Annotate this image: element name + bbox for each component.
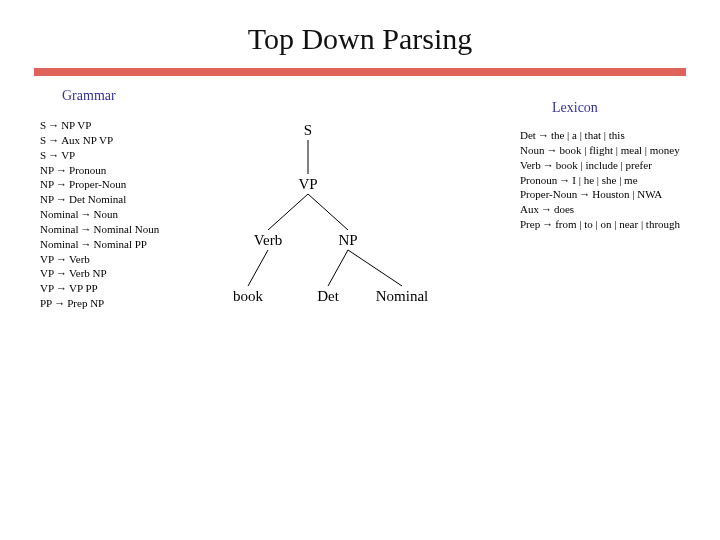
rule-lhs: Nominal bbox=[40, 223, 79, 235]
grammar-rule-list: S→NP VPS→Aux NP VPS→VPNP→PronounNP→Prope… bbox=[40, 118, 159, 311]
rule-rhs: NP VP bbox=[61, 119, 91, 131]
rule-rhs: Det Nominal bbox=[69, 193, 126, 205]
arrow-icon: → bbox=[544, 144, 559, 156]
tree-edge bbox=[248, 250, 268, 286]
rule-rhs: I | he | she | me bbox=[572, 174, 637, 186]
rule-rhs: from | to | on | near | through bbox=[555, 218, 680, 230]
arrow-icon: → bbox=[54, 193, 69, 205]
grammar-rule: NP→Pronoun bbox=[40, 163, 159, 178]
tree-node-verb: Verb bbox=[254, 232, 282, 249]
arrow-icon: → bbox=[46, 149, 61, 161]
rule-lhs: Verb bbox=[520, 159, 541, 171]
arrow-icon: → bbox=[536, 129, 551, 141]
rule-rhs: Nominal PP bbox=[94, 238, 147, 250]
grammar-rule: VP→Verb NP bbox=[40, 266, 159, 281]
arrow-icon: → bbox=[557, 174, 572, 186]
lexicon-rule: Verb→book | include | prefer bbox=[520, 158, 680, 173]
grammar-rule: NP→Proper-Noun bbox=[40, 177, 159, 192]
lexicon-rule: Aux→does bbox=[520, 202, 680, 217]
arrow-icon: → bbox=[54, 164, 69, 176]
rule-lhs: VP bbox=[40, 267, 54, 279]
lexicon-rule: Det→the | a | that | this bbox=[520, 128, 680, 143]
grammar-rule: Nominal→Nominal Noun bbox=[40, 222, 159, 237]
tree-node-np: NP bbox=[338, 232, 357, 249]
arrow-icon: → bbox=[79, 223, 94, 235]
rule-rhs: Nominal Noun bbox=[94, 223, 160, 235]
tree-node-s: S bbox=[304, 122, 312, 139]
tree-node-det: Det bbox=[317, 288, 339, 305]
lexicon-rule: Proper-Noun→Houston | NWA bbox=[520, 187, 680, 202]
arrow-icon: → bbox=[79, 208, 94, 220]
arrow-icon: → bbox=[46, 119, 61, 131]
title-underline bbox=[34, 68, 686, 76]
grammar-rule: VP→Verb bbox=[40, 252, 159, 267]
rule-lhs: NP bbox=[40, 193, 54, 205]
tree-node-book: book bbox=[233, 288, 263, 305]
rule-lhs: NP bbox=[40, 178, 54, 190]
arrow-icon: → bbox=[54, 267, 69, 279]
arrow-icon: → bbox=[54, 253, 69, 265]
rule-lhs: Nominal bbox=[40, 208, 79, 220]
tree-edge bbox=[348, 250, 402, 286]
rule-rhs: Houston | NWA bbox=[592, 188, 662, 200]
arrow-icon: → bbox=[54, 282, 69, 294]
grammar-rule: NP→Det Nominal bbox=[40, 192, 159, 207]
lexicon-rule: Noun→book | flight | meal | money bbox=[520, 143, 680, 158]
grammar-rule: S→Aux NP VP bbox=[40, 133, 159, 148]
rule-rhs: the | a | that | this bbox=[551, 129, 625, 141]
rule-rhs: book | flight | meal | money bbox=[559, 144, 679, 156]
page-title: Top Down Parsing bbox=[0, 0, 720, 68]
rule-rhs: VP bbox=[61, 149, 75, 161]
rule-lhs: Aux bbox=[520, 203, 539, 215]
tree-node-nominal: Nominal bbox=[376, 288, 429, 305]
lexicon-heading: Lexicon bbox=[552, 100, 598, 116]
tree-edge bbox=[308, 194, 348, 230]
rule-lhs: Proper-Noun bbox=[520, 188, 577, 200]
rule-lhs: Det bbox=[520, 129, 536, 141]
rule-lhs: VP bbox=[40, 253, 54, 265]
rule-rhs: Proper-Noun bbox=[69, 178, 126, 190]
arrow-icon: → bbox=[52, 297, 67, 309]
grammar-rule: S→VP bbox=[40, 148, 159, 163]
grammar-rule: S→NP VP bbox=[40, 118, 159, 133]
rule-lhs: Pronoun bbox=[520, 174, 557, 186]
grammar-rule: Nominal→Noun bbox=[40, 207, 159, 222]
arrow-icon: → bbox=[79, 238, 94, 250]
rule-lhs: VP bbox=[40, 282, 54, 294]
arrow-icon: → bbox=[46, 134, 61, 146]
lexicon-rule: Prep→from | to | on | near | through bbox=[520, 217, 680, 232]
grammar-rule: Nominal→Nominal PP bbox=[40, 237, 159, 252]
tree-edge bbox=[328, 250, 348, 286]
arrow-icon: → bbox=[541, 159, 556, 171]
grammar-heading: Grammar bbox=[62, 88, 116, 104]
arrow-icon: → bbox=[54, 178, 69, 190]
lexicon-rule: Pronoun→I | he | she | me bbox=[520, 173, 680, 188]
rule-lhs: NP bbox=[40, 164, 54, 176]
arrow-icon: → bbox=[577, 188, 592, 200]
grammar-rule: VP→VP PP bbox=[40, 281, 159, 296]
rule-rhs: Verb NP bbox=[69, 267, 107, 279]
tree-edge bbox=[268, 194, 308, 230]
rule-rhs: Noun bbox=[94, 208, 118, 220]
rule-rhs: Aux NP VP bbox=[61, 134, 113, 146]
rule-rhs: Verb bbox=[69, 253, 90, 265]
grammar-rule: PP→Prep NP bbox=[40, 296, 159, 311]
rule-lhs: Noun bbox=[520, 144, 544, 156]
parse-tree: SVPVerbNPbookDetNominal bbox=[178, 112, 498, 372]
lexicon-rule-list: Det→the | a | that | thisNoun→book | fli… bbox=[520, 128, 680, 232]
rule-rhs: does bbox=[554, 203, 574, 215]
rule-rhs: Prep NP bbox=[67, 297, 104, 309]
rule-rhs: book | include | prefer bbox=[556, 159, 652, 171]
rule-lhs: Nominal bbox=[40, 238, 79, 250]
rule-lhs: PP bbox=[40, 297, 52, 309]
arrow-icon: → bbox=[539, 203, 554, 215]
rule-rhs: Pronoun bbox=[69, 164, 106, 176]
rule-rhs: VP PP bbox=[69, 282, 98, 294]
rule-lhs: Prep bbox=[520, 218, 540, 230]
arrow-icon: → bbox=[540, 218, 555, 230]
tree-node-vp: VP bbox=[298, 176, 317, 193]
